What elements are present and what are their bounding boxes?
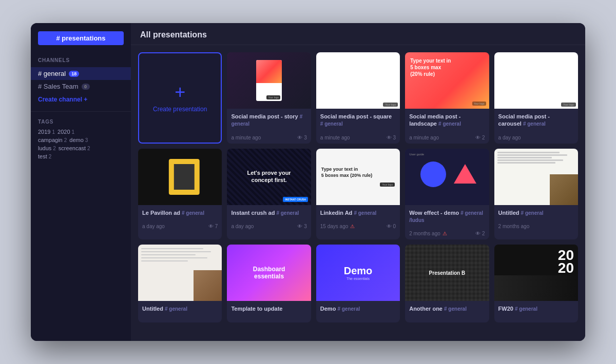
card-time: 2 months ago: [498, 224, 530, 229]
card-thumb-social-square: Your logo: [316, 52, 400, 109]
card-info: Instant crush ad # general: [227, 205, 311, 221]
card-thumb-social-landscape: Type your text in5 boxes max(20% rule) Y…: [405, 52, 489, 109]
card-time: a minute ago: [320, 135, 350, 140]
main-title: All presentations: [140, 30, 576, 39]
card-info: FW20 # general: [494, 301, 578, 317]
tag-2020[interactable]: 2020 1: [57, 129, 74, 135]
tag-test[interactable]: test 2: [38, 153, 51, 159]
card-info: Another one # general: [405, 301, 489, 317]
card-info: Wow effect - demo # general /ludus: [405, 205, 489, 229]
app-window: # presentations CHANNELS # general 18 # …: [31, 23, 585, 341]
tag-screencast[interactable]: screencast 2: [59, 145, 90, 151]
create-presentation-card[interactable]: + Create presentation: [138, 52, 222, 144]
card-views: 👁 3: [297, 135, 306, 140]
tag-row-4: test 2: [38, 153, 124, 159]
card-views: 👁 7: [208, 224, 218, 229]
card-thumb-untitled: [494, 149, 578, 205]
create-channel-button[interactable]: Create channel +: [31, 93, 131, 106]
card-meta: 15 days ago ⚠ 👁 0: [316, 221, 400, 232]
card-title: Template to update: [231, 305, 306, 312]
presentation-card-le-pavillon[interactable]: Le Pavillon ad # general a day ago 👁 7: [138, 149, 222, 240]
card-thumb-presentation-b: Presentation B: [405, 245, 489, 301]
create-presentation-label: Create presentation: [153, 106, 207, 113]
card-meta: a day ago: [494, 133, 578, 144]
card-info: Untitled # general: [138, 301, 222, 317]
card-thumb-instant-crush: Let's prove yourconcept first. INSTANT C…: [227, 149, 311, 205]
card-meta: a day ago 👁 7: [138, 221, 222, 232]
card-meta: a day ago 👁 3: [227, 221, 311, 232]
card-meta: [138, 317, 222, 322]
card-info: Social media post - square # general: [316, 109, 400, 133]
channel-general[interactable]: # general 18: [31, 67, 131, 80]
card-meta: [494, 317, 578, 322]
channel-sales-badge: 0: [82, 84, 90, 90]
presentation-card-social-landscape[interactable]: Type your text in5 boxes max(20% rule) Y…: [405, 52, 489, 144]
card-title: Untitled # general: [498, 209, 574, 216]
presentation-card-instant-crush[interactable]: Let's prove yourconcept first. INSTANT C…: [227, 149, 311, 240]
card-views: 👁 0: [387, 224, 396, 229]
card-title: Le Pavillon ad # general: [142, 209, 218, 216]
card-thumb-wow-effect: User guide: [405, 149, 489, 205]
presentation-card-linkedin[interactable]: Type your text in5 boxes max (20% rule) …: [316, 149, 400, 240]
presentation-card-wow-effect[interactable]: User guide Wow effect - demo # general /…: [405, 149, 489, 240]
card-title: Untitled # general: [142, 305, 218, 312]
card-title: Another one # general: [409, 305, 485, 312]
tag-row-2: campagin 2 demo 3: [38, 137, 124, 143]
card-info: Template to update: [227, 301, 311, 317]
tag-campagin[interactable]: campagin 2: [38, 137, 67, 143]
presentation-card-social-story[interactable]: Your logo Social media post - story # ge…: [227, 52, 311, 144]
card-title: Social media post - landscape # general: [409, 113, 485, 128]
sidebar: # presentations CHANNELS # general 18 # …: [31, 23, 131, 341]
card-meta: 2 months ago: [494, 221, 578, 232]
channels-label: CHANNELS: [31, 55, 131, 67]
card-meta: [227, 317, 311, 322]
channel-sales-name: # Sales Team: [38, 83, 79, 90]
presentation-card-untitled-2[interactable]: Untitled # general: [138, 245, 222, 322]
channel-sales-team[interactable]: # Sales Team 0: [31, 80, 131, 93]
card-thumb-demo: Demo The essentials: [316, 245, 400, 301]
card-meta: [316, 317, 400, 322]
card-title: Instant crush ad # general: [231, 209, 306, 216]
presentation-card-fw20[interactable]: 2020 FW20 # general: [494, 245, 578, 322]
presentation-card-another-one[interactable]: Presentation B Another one # general: [405, 245, 489, 322]
card-thumb-fw20: 2020: [494, 245, 578, 301]
tags-section: TAGS 2019 1 2020 1 campagin 2 demo 3 lud…: [31, 117, 131, 164]
card-title: Demo # general: [320, 305, 396, 312]
presentation-card-untitled[interactable]: Untitled # general 2 months ago: [494, 149, 578, 240]
app-title[interactable]: # presentations: [38, 31, 124, 45]
tag-ludus[interactable]: ludus 2: [38, 145, 56, 151]
card-thumb-dashboard: Dashboardessentials: [227, 245, 311, 301]
sidebar-top: # presentations: [31, 28, 131, 55]
card-time: a minute ago: [231, 135, 261, 140]
card-meta: [405, 317, 489, 322]
presentation-card-social-square[interactable]: Your logo Social media post - square # g…: [316, 52, 400, 144]
card-thumb-untitled2: [138, 245, 222, 301]
card-meta: a minute ago 👁 2: [405, 133, 489, 144]
main-header: All presentations: [131, 23, 585, 45]
card-time: a minute ago: [409, 135, 439, 140]
card-thumb-le-pavillon: [138, 149, 222, 205]
card-meta: a minute ago 👁 3: [227, 133, 311, 144]
card-info: Social media post - carousel # general: [494, 109, 578, 133]
create-plus-icon: +: [175, 83, 185, 102]
card-views: 👁 2: [475, 135, 485, 140]
card-title: Linkedin Ad # general: [320, 209, 396, 216]
card-info: Social media post - landscape # general: [405, 109, 489, 133]
card-info: Untitled # general: [494, 205, 578, 221]
card-info: Le Pavillon ad # general: [138, 205, 222, 221]
tag-demo[interactable]: demo 3: [69, 137, 88, 143]
presentation-card-demo[interactable]: Demo The essentials Demo # general: [316, 245, 400, 322]
channel-general-name: # general: [38, 70, 66, 77]
presentations-grid: + Create presentation Your logo: [131, 45, 585, 330]
tag-2019[interactable]: 2019 1: [38, 129, 55, 135]
card-time: 2 months ago ⚠: [409, 231, 447, 236]
presentation-card-social-carousel[interactable]: Your logo Social media post - carousel #…: [494, 52, 578, 144]
channel-general-badge: 18: [69, 71, 79, 77]
sidebar-divider: [31, 111, 131, 112]
card-thumb-social-carousel: Your logo: [494, 52, 578, 109]
presentation-card-template-to-update[interactable]: Dashboardessentials Template to update: [227, 245, 311, 322]
card-info: Demo # general: [316, 301, 400, 317]
main-content: All presentations + Create presentation: [131, 23, 585, 341]
card-views: 👁 2: [475, 231, 485, 236]
app-layout: # presentations CHANNELS # general 18 # …: [31, 23, 585, 341]
